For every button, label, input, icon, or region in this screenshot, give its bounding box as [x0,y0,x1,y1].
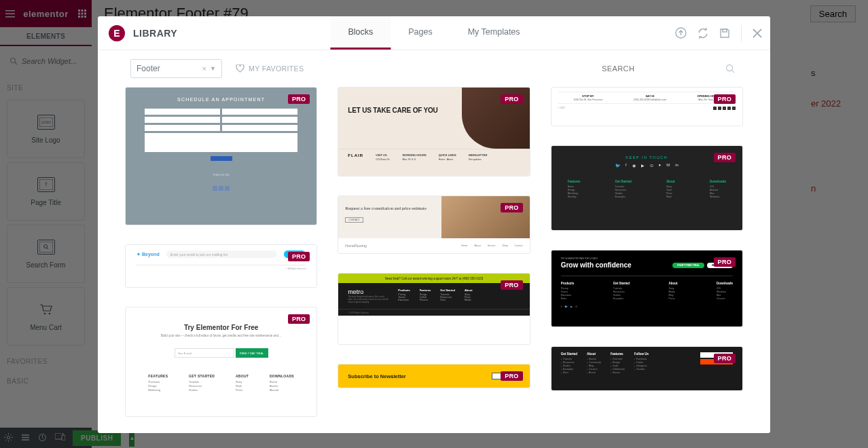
filter-value: Footer [137,64,160,73]
sync-icon[interactable] [698,28,708,39]
pro-badge: PRO [288,252,310,261]
pro-badge: PRO [501,94,522,104]
pro-badge: PRO [501,280,522,290]
library-search-input[interactable] [602,64,738,73]
clear-filter-icon[interactable]: × [202,64,206,73]
save-icon[interactable] [719,28,730,39]
template-flooring[interactable]: PRO Request a free consultation and pric… [338,195,530,254]
template-get-started-dark[interactable]: PRO Get StartedTutorialsResourcesGuidesE… [551,346,743,391]
pro-badge: PRO [288,314,310,324]
template-preview: SCHEDULE AN APPOINTMENT FIND US ON [126,88,317,225]
pro-badge: PRO [714,354,736,363]
library-search [602,59,738,78]
divider [741,25,742,41]
template-newsletter[interactable]: PRO Subscribe to Newsletter [338,364,530,388]
my-favorites-button[interactable]: MY FAVORITES [236,64,304,73]
elementor-logo-icon: E [109,25,125,41]
close-icon[interactable] [753,29,762,38]
dropdown-caret-icon: ▼ [210,65,216,72]
template-keep-in-touch[interactable]: PRO KEEP IN TOUCH 🐦f◉▶⊙●Min FeaturesHome… [551,145,743,231]
library-modal: E LIBRARY Blocks Pages My Templates Foot… [98,16,770,433]
pro-badge: PRO [501,203,522,212]
grid-column: PRO LET US TAKE CARE OF YOU FLAIR VISIT … [338,87,530,419]
template-preview: Try Elementor For Free Build your site —… [126,307,317,416]
pro-badge: PRO [501,371,522,381]
template-appointment[interactable]: PRO SCHEDULE AN APPOINTMENT FIND US ON [125,87,317,225]
tab-blocks[interactable]: Blocks [330,16,391,50]
heart-icon [236,64,245,73]
template-metro[interactable]: PRO Need help? Call our award-winning su… [338,273,530,345]
template-grow-confidence[interactable]: PRO TRY ELEMENTOR FREE FOR 14 DAYS Grow … [551,250,743,327]
pro-badge: PRO [714,257,736,267]
library-toolbar: Footer × ▼ MY FAVORITES [98,50,770,87]
library-title: LIBRARY [133,28,177,39]
category-filter[interactable]: Footer × ▼ [130,59,222,78]
svg-point-15 [727,65,733,71]
pro-badge: PRO [714,153,736,162]
template-try-elementor[interactable]: PRO Try Elementor For Free Build your si… [125,307,317,417]
library-actions [675,25,762,41]
template-white-minimal[interactable]: PRO STOP BY1234 Divi St. San Francisco S… [551,87,743,126]
library-header: E LIBRARY Blocks Pages My Templates [98,16,770,50]
template-take-care[interactable]: PRO LET US TAKE CARE OF YOU FLAIR VISIT … [338,87,530,176]
grid-column: PRO SCHEDULE AN APPOINTMENT FIND US ON P… [125,87,317,419]
grid-column: PRO STOP BY1234 Divi St. San Francisco S… [551,87,743,419]
svg-rect-14 [723,29,727,32]
tab-my-templates[interactable]: My Templates [450,16,538,50]
template-beyond[interactable]: PRO Beyond Enter your email to join our … [125,244,317,288]
library-tabs: Blocks Pages My Templates [330,16,537,50]
pro-badge: PRO [714,94,736,104]
pro-badge: PRO [288,94,310,104]
upload-icon[interactable] [675,27,687,39]
template-preview: STOP BY1234 Divi St. San Francisco SAY H… [551,88,742,126]
search-icon [725,64,735,73]
favorites-label: MY FAVORITES [249,64,304,73]
tab-pages[interactable]: Pages [391,16,450,50]
template-grid[interactable]: PRO SCHEDULE AN APPOINTMENT FIND US ON P… [98,87,770,433]
